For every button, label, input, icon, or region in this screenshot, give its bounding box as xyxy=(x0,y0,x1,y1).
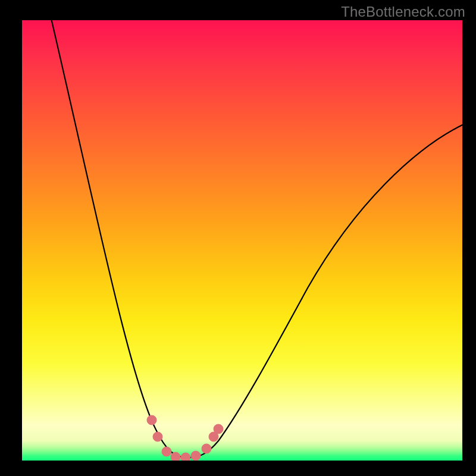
curve-marker xyxy=(162,447,171,456)
plot-area xyxy=(22,20,462,461)
watermark-text: TheBottleneck.com xyxy=(341,4,465,20)
curve-marker xyxy=(202,444,211,453)
bottleneck-curve xyxy=(49,20,462,458)
curve-marker xyxy=(171,452,180,461)
line-chart-svg xyxy=(22,20,462,461)
curve-marker xyxy=(147,415,156,425)
chart-frame: TheBottleneck.com xyxy=(0,0,476,476)
curve-marker xyxy=(153,432,162,441)
curve-marker xyxy=(214,424,223,434)
curve-marker xyxy=(181,453,190,461)
curve-marker xyxy=(191,451,201,461)
marker-group xyxy=(147,415,223,461)
